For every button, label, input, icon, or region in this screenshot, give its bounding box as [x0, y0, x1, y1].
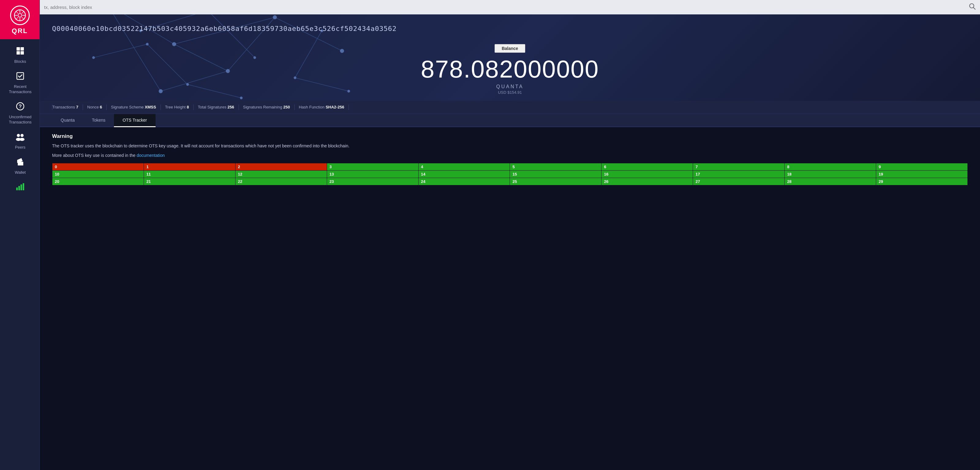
- svg-point-25: [970, 4, 974, 8]
- ots-cell-7: 7: [693, 163, 784, 170]
- svg-rect-12: [16, 51, 20, 54]
- balance-amount: 878.082000000: [52, 56, 968, 83]
- balance-usd: USD $154.91: [52, 90, 968, 95]
- ots-cell-18: 18: [784, 170, 876, 178]
- svg-line-9: [16, 17, 18, 20]
- ots-grid-row: 0123456789: [52, 163, 968, 170]
- svg-rect-11: [21, 47, 24, 51]
- stat-item-nonce: Nonce 6: [83, 105, 107, 110]
- recent-transactions-icon: [16, 72, 24, 83]
- sidebar-item-unconfirmed-transactions[interactable]: ? UnconfirmedTransactions: [0, 98, 40, 128]
- ots-cell-17: 17: [693, 170, 784, 178]
- ots-cell-19: 19: [876, 170, 968, 178]
- svg-rect-22: [18, 186, 20, 190]
- logo-area: QRL: [0, 0, 40, 39]
- ots-content: Warning The OTS tracker uses the blockch…: [40, 127, 980, 470]
- ots-cell-8: 8: [784, 163, 876, 170]
- svg-rect-10: [16, 47, 20, 51]
- unconfirmed-icon: ?: [16, 102, 24, 113]
- ots-cell-1: 1: [144, 163, 235, 170]
- balance-section: Balance 878.082000000 QUANTA USD $154.91: [52, 38, 968, 101]
- svg-text:?: ?: [19, 104, 22, 109]
- svg-rect-14: [17, 73, 24, 80]
- stat-item-transactions: Transactions 7: [52, 105, 83, 110]
- svg-point-1: [18, 13, 22, 17]
- ots-cell-21: 21: [144, 178, 235, 185]
- documentation-link[interactable]: documentation: [137, 153, 165, 158]
- ots-grid-row: 10111213141516171819: [52, 170, 968, 178]
- stat-item-signatures-remaining: Signatures Remaining 250: [239, 105, 294, 110]
- sidebar: QRL Blocks RecentTransactions ?: [0, 0, 40, 470]
- search-input[interactable]: [44, 5, 969, 10]
- svg-rect-13: [21, 51, 24, 54]
- stats-bar: Transactions 7Nonce 6Signature Scheme XM…: [40, 101, 980, 114]
- svg-point-17: [17, 134, 20, 137]
- warning-link-text: More about OTS key use is contained in t…: [52, 152, 968, 159]
- sidebar-item-peers[interactable]: Peers: [0, 128, 40, 153]
- tabs-row: Quanta Tokens OTS Tracker: [40, 114, 980, 127]
- ots-cell-2: 2: [235, 163, 327, 170]
- ots-cell-15: 15: [510, 170, 601, 178]
- svg-point-43: [273, 15, 277, 19]
- sidebar-item-wallet[interactable]: Wallet: [0, 153, 40, 178]
- balance-currency: QUANTA: [52, 84, 968, 89]
- ots-cell-4: 4: [418, 163, 510, 170]
- tab-ots-tracker[interactable]: OTS Tracker: [114, 114, 155, 127]
- ots-cell-10: 10: [52, 170, 144, 178]
- warning-title: Warning: [52, 133, 968, 139]
- ots-cell-6: 6: [601, 163, 693, 170]
- ots-cell-29: 29: [876, 178, 968, 185]
- tab-tokens[interactable]: Tokens: [83, 114, 114, 127]
- ots-cell-12: 12: [235, 170, 327, 178]
- stat-item-signature-scheme: Signature Scheme XMSS: [107, 105, 161, 110]
- svg-rect-24: [23, 183, 24, 190]
- search-button[interactable]: [969, 3, 976, 11]
- ots-cell-0: 0: [52, 163, 144, 170]
- ots-cell-11: 11: [144, 170, 235, 178]
- ots-cell-5: 5: [510, 163, 601, 170]
- ots-grid: 0123456789101112131415161718192021222324…: [52, 163, 968, 185]
- svg-point-18: [21, 134, 24, 137]
- ots-cell-16: 16: [601, 170, 693, 178]
- ots-cell-24: 24: [418, 178, 510, 185]
- svg-line-26: [973, 7, 975, 10]
- stats-icon: [16, 183, 25, 193]
- svg-line-6: [16, 11, 18, 13]
- balance-label: Balance: [495, 44, 525, 53]
- tab-quanta[interactable]: Quanta: [52, 114, 83, 127]
- peers-icon: [15, 132, 25, 143]
- sidebar-item-blocks[interactable]: Blocks: [0, 42, 40, 67]
- sidebar-item-peers-label: Peers: [15, 145, 25, 150]
- ots-cell-25: 25: [510, 178, 601, 185]
- ots-cell-27: 27: [693, 178, 784, 185]
- ots-cell-14: 14: [418, 170, 510, 178]
- sidebar-item-recent-transactions[interactable]: RecentTransactions: [0, 67, 40, 98]
- ots-cell-22: 22: [235, 178, 327, 185]
- ots-cell-13: 13: [327, 170, 418, 178]
- ots-cell-3: 3: [327, 163, 418, 170]
- logo-text: QRL: [12, 27, 27, 35]
- svg-rect-23: [21, 185, 22, 190]
- warning-text: The OTS tracker uses the blockchain to d…: [52, 142, 968, 149]
- svg-point-20: [20, 138, 24, 141]
- sidebar-item-blocks-label: Blocks: [14, 59, 26, 64]
- hero-area: Q00040060e10bcd03522147b503c405932a6eb60…: [40, 14, 980, 101]
- stat-item-tree-height: Tree Height 8: [161, 105, 194, 110]
- ots-grid-row: 20212223242526272829: [52, 178, 968, 185]
- wallet-address: Q00040060e10bcd03522147b503c405932a6eb60…: [52, 21, 968, 38]
- ots-cell-23: 23: [327, 178, 418, 185]
- svg-rect-21: [16, 188, 18, 190]
- ots-cell-9: 9: [876, 163, 968, 170]
- stat-item-hash-function: Hash Function SHA2-256: [294, 105, 349, 110]
- ots-cell-20: 20: [52, 178, 144, 185]
- svg-line-7: [22, 17, 24, 20]
- wallet-icon: [16, 158, 24, 168]
- sidebar-item-stats[interactable]: [0, 178, 40, 198]
- search-bar: [40, 0, 980, 14]
- sidebar-item-unconfirmed-label: UnconfirmedTransactions: [9, 115, 32, 125]
- sidebar-item-wallet-label: Wallet: [15, 170, 26, 175]
- svg-line-8: [22, 11, 24, 13]
- main-content: Q00040060e10bcd03522147b503c405932a6eb60…: [40, 0, 980, 470]
- ots-cell-26: 26: [601, 178, 693, 185]
- sidebar-item-recent-label: RecentTransactions: [9, 84, 32, 95]
